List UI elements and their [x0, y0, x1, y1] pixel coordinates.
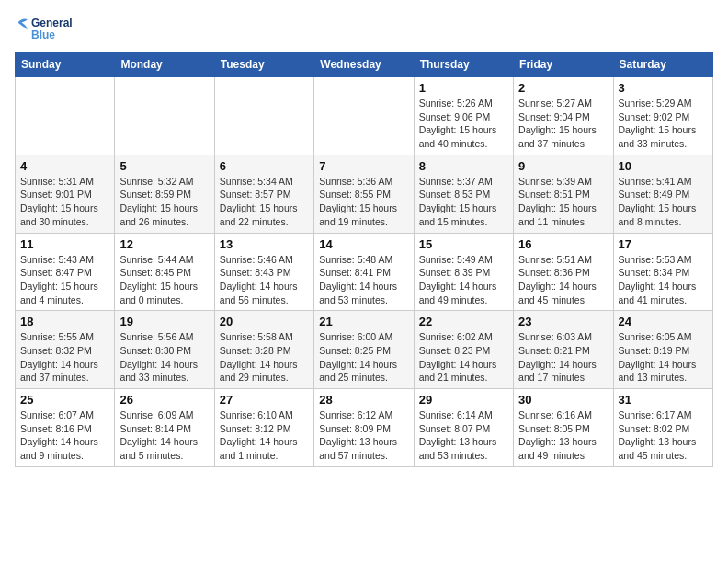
day-number: 14 — [319, 237, 408, 251]
calendar-cell: 5Sunrise: 5:32 AM Sunset: 8:59 PM Daylig… — [115, 155, 214, 233]
day-info: Sunrise: 6:10 AM Sunset: 8:12 PM Dayligh… — [220, 408, 309, 463]
day-info: Sunrise: 5:55 AM Sunset: 8:32 PM Dayligh… — [20, 330, 109, 385]
calendar-cell: 14Sunrise: 5:48 AM Sunset: 8:41 PM Dayli… — [314, 233, 414, 311]
page-header: General Blue — [15, 15, 713, 40]
svg-text:General: General — [31, 17, 73, 29]
calendar-cell: 9Sunrise: 5:39 AM Sunset: 8:51 PM Daylig… — [514, 155, 613, 233]
day-number: 25 — [20, 393, 109, 407]
day-number: 24 — [619, 315, 708, 328]
calendar-cell: 1Sunrise: 5:26 AM Sunset: 9:06 PM Daylig… — [414, 77, 513, 155]
weekday-header-sunday: Sunday — [16, 52, 115, 77]
calendar-cell — [214, 77, 313, 155]
day-info: Sunrise: 5:37 AM Sunset: 8:53 PM Dayligh… — [419, 175, 508, 229]
calendar-cell: 24Sunrise: 6:05 AM Sunset: 8:19 PM Dayli… — [613, 311, 712, 389]
svg-text:Blue: Blue — [31, 29, 55, 41]
calendar-cell: 16Sunrise: 5:51 AM Sunset: 8:36 PM Dayli… — [514, 233, 613, 311]
calendar-table: SundayMondayTuesdayWednesdayThursdayFrid… — [15, 52, 713, 467]
calendar-cell: 23Sunrise: 6:03 AM Sunset: 8:21 PM Dayli… — [514, 311, 613, 389]
day-number: 1 — [419, 81, 508, 95]
day-info: Sunrise: 6:12 AM Sunset: 8:09 PM Dayligh… — [319, 408, 408, 463]
calendar-cell — [16, 77, 115, 155]
day-info: Sunrise: 5:46 AM Sunset: 8:43 PM Dayligh… — [220, 253, 309, 307]
day-info: Sunrise: 5:48 AM Sunset: 8:41 PM Dayligh… — [319, 253, 408, 307]
calendar-cell: 4Sunrise: 5:31 AM Sunset: 9:01 PM Daylig… — [16, 155, 115, 233]
calendar-cell: 8Sunrise: 5:37 AM Sunset: 8:53 PM Daylig… — [414, 155, 513, 233]
day-info: Sunrise: 6:14 AM Sunset: 8:07 PM Dayligh… — [419, 408, 508, 463]
day-info: Sunrise: 6:17 AM Sunset: 8:02 PM Dayligh… — [619, 408, 708, 463]
calendar-cell: 15Sunrise: 5:49 AM Sunset: 8:39 PM Dayli… — [414, 233, 513, 311]
day-number: 28 — [319, 393, 408, 407]
day-info: Sunrise: 5:49 AM Sunset: 8:39 PM Dayligh… — [419, 253, 508, 307]
day-number: 11 — [20, 237, 109, 251]
calendar-cell: 20Sunrise: 5:58 AM Sunset: 8:28 PM Dayli… — [214, 311, 313, 389]
day-info: Sunrise: 5:58 AM Sunset: 8:28 PM Dayligh… — [220, 330, 309, 385]
calendar-cell: 19Sunrise: 5:56 AM Sunset: 8:30 PM Dayli… — [115, 311, 214, 389]
day-number: 9 — [518, 159, 608, 173]
day-info: Sunrise: 6:02 AM Sunset: 8:23 PM Dayligh… — [419, 330, 508, 385]
day-info: Sunrise: 5:43 AM Sunset: 8:47 PM Dayligh… — [20, 253, 109, 307]
calendar-week-row: 25Sunrise: 6:07 AM Sunset: 8:16 PM Dayli… — [16, 389, 713, 467]
day-info: Sunrise: 6:07 AM Sunset: 8:16 PM Dayligh… — [20, 408, 109, 463]
day-number: 12 — [119, 237, 209, 251]
weekday-header-row: SundayMondayTuesdayWednesdayThursdayFrid… — [16, 52, 713, 77]
day-number: 22 — [419, 315, 508, 328]
day-info: Sunrise: 5:44 AM Sunset: 8:45 PM Dayligh… — [119, 253, 209, 307]
calendar-cell: 21Sunrise: 6:00 AM Sunset: 8:25 PM Dayli… — [314, 311, 414, 389]
calendar-cell: 13Sunrise: 5:46 AM Sunset: 8:43 PM Dayli… — [214, 233, 313, 311]
day-info: Sunrise: 6:16 AM Sunset: 8:05 PM Dayligh… — [518, 408, 608, 463]
day-number: 19 — [119, 315, 209, 328]
day-number: 5 — [119, 159, 209, 173]
calendar-cell: 11Sunrise: 5:43 AM Sunset: 8:47 PM Dayli… — [16, 233, 115, 311]
logo-icon: General Blue — [15, 15, 44, 40]
day-info: Sunrise: 5:56 AM Sunset: 8:30 PM Dayligh… — [119, 330, 209, 385]
calendar-cell: 2Sunrise: 5:27 AM Sunset: 9:04 PM Daylig… — [514, 77, 613, 155]
day-info: Sunrise: 5:29 AM Sunset: 9:02 PM Dayligh… — [619, 97, 708, 151]
calendar-cell: 27Sunrise: 6:10 AM Sunset: 8:12 PM Dayli… — [214, 389, 313, 467]
calendar-week-row: 4Sunrise: 5:31 AM Sunset: 9:01 PM Daylig… — [16, 155, 713, 233]
day-number: 15 — [419, 237, 508, 251]
day-number: 6 — [220, 159, 309, 173]
day-number: 18 — [20, 315, 109, 328]
day-info: Sunrise: 6:05 AM Sunset: 8:19 PM Dayligh… — [619, 330, 708, 385]
calendar-cell: 26Sunrise: 6:09 AM Sunset: 8:14 PM Dayli… — [115, 389, 214, 467]
day-number: 30 — [518, 393, 608, 407]
day-info: Sunrise: 6:00 AM Sunset: 8:25 PM Dayligh… — [319, 330, 408, 385]
day-info: Sunrise: 5:31 AM Sunset: 9:01 PM Dayligh… — [20, 175, 109, 229]
day-info: Sunrise: 5:41 AM Sunset: 8:49 PM Dayligh… — [619, 175, 708, 229]
day-number: 26 — [119, 393, 209, 407]
day-number: 29 — [419, 393, 508, 407]
calendar-cell: 31Sunrise: 6:17 AM Sunset: 8:02 PM Dayli… — [613, 389, 712, 467]
day-info: Sunrise: 5:26 AM Sunset: 9:06 PM Dayligh… — [419, 97, 508, 151]
calendar-week-row: 1Sunrise: 5:26 AM Sunset: 9:06 PM Daylig… — [16, 77, 713, 155]
weekday-header-saturday: Saturday — [613, 52, 712, 77]
weekday-header-friday: Friday — [514, 52, 613, 77]
day-number: 3 — [619, 81, 708, 95]
day-info: Sunrise: 5:53 AM Sunset: 8:34 PM Dayligh… — [619, 253, 708, 307]
calendar-cell: 22Sunrise: 6:02 AM Sunset: 8:23 PM Dayli… — [414, 311, 513, 389]
calendar-cell — [314, 77, 414, 155]
calendar-cell: 12Sunrise: 5:44 AM Sunset: 8:45 PM Dayli… — [115, 233, 214, 311]
day-info: Sunrise: 5:32 AM Sunset: 8:59 PM Dayligh… — [119, 175, 209, 229]
calendar-cell: 6Sunrise: 5:34 AM Sunset: 8:57 PM Daylig… — [214, 155, 313, 233]
calendar-cell: 7Sunrise: 5:36 AM Sunset: 8:55 PM Daylig… — [314, 155, 414, 233]
calendar-cell: 18Sunrise: 5:55 AM Sunset: 8:32 PM Dayli… — [16, 311, 115, 389]
day-number: 2 — [518, 81, 608, 95]
calendar-cell: 3Sunrise: 5:29 AM Sunset: 9:02 PM Daylig… — [613, 77, 712, 155]
calendar-cell: 29Sunrise: 6:14 AM Sunset: 8:07 PM Dayli… — [414, 389, 513, 467]
weekday-header-thursday: Thursday — [414, 52, 513, 77]
day-info: Sunrise: 6:03 AM Sunset: 8:21 PM Dayligh… — [518, 330, 608, 385]
day-number: 17 — [619, 237, 708, 251]
day-number: 21 — [319, 315, 408, 328]
day-number: 23 — [518, 315, 608, 328]
day-number: 16 — [518, 237, 608, 251]
calendar-cell: 28Sunrise: 6:12 AM Sunset: 8:09 PM Dayli… — [314, 389, 414, 467]
day-info: Sunrise: 6:09 AM Sunset: 8:14 PM Dayligh… — [119, 408, 209, 463]
day-info: Sunrise: 5:27 AM Sunset: 9:04 PM Dayligh… — [518, 97, 608, 151]
calendar-cell: 17Sunrise: 5:53 AM Sunset: 8:34 PM Dayli… — [613, 233, 712, 311]
weekday-header-tuesday: Tuesday — [214, 52, 313, 77]
day-info: Sunrise: 5:36 AM Sunset: 8:55 PM Dayligh… — [319, 175, 408, 229]
day-number: 31 — [619, 393, 708, 407]
calendar-cell: 10Sunrise: 5:41 AM Sunset: 8:49 PM Dayli… — [613, 155, 712, 233]
day-info: Sunrise: 5:39 AM Sunset: 8:51 PM Dayligh… — [518, 175, 608, 229]
day-number: 10 — [619, 159, 708, 173]
